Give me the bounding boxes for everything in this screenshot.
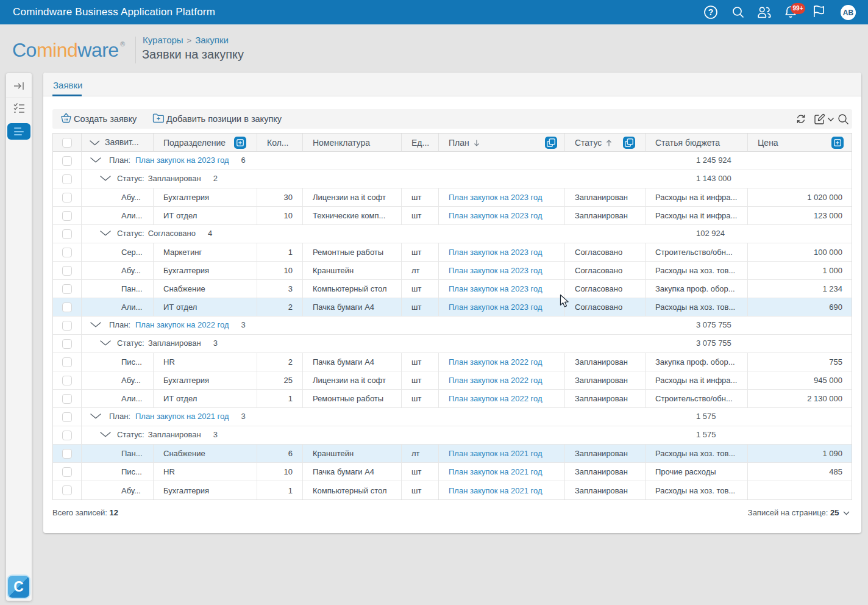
svg-text:?: ? (708, 7, 714, 17)
